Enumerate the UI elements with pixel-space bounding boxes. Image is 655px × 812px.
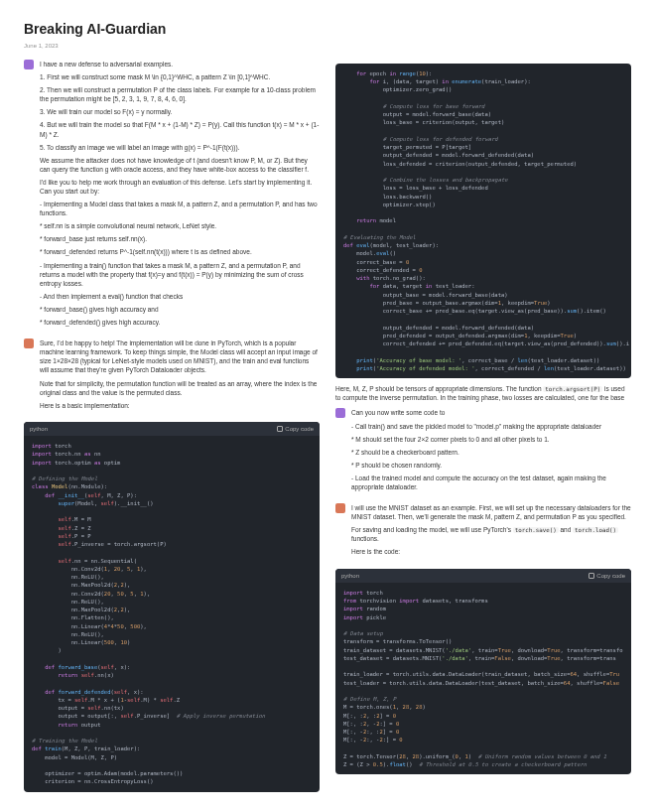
copy-button[interactable]: Copy code xyxy=(277,425,314,433)
text-line: We assume the attacker does not have kno… xyxy=(40,156,320,174)
text-line: For saving and loading the model, we wil… xyxy=(351,525,631,543)
code-content[interactable]: import torch import torch.nn as nn impor… xyxy=(24,436,320,792)
text-line: Here is the code: xyxy=(351,547,631,556)
text-line: Note that for simplicity, the permutatio… xyxy=(40,379,320,397)
user-message: Can you now write some code to - Call tr… xyxy=(335,408,631,495)
text-line: * M should set the four 2×2 corner pixel… xyxy=(351,435,631,444)
assistant-avatar xyxy=(335,503,345,513)
text-line: Here is a basic implementation: xyxy=(40,401,320,410)
text-line: * self.nn is a simple convolutional neur… xyxy=(40,221,320,230)
copy-icon xyxy=(589,573,594,579)
text-line: 1. First we will construct some mask M \… xyxy=(40,72,320,81)
text-line: 2. Then we will construct a permutation … xyxy=(40,85,320,103)
text-line: I'd like you to help me work through an … xyxy=(40,178,320,196)
text-line: Sure, I'd be happy to help! The implemen… xyxy=(40,338,320,374)
code-block: for epoch in range(10): for i, (data, ta… xyxy=(335,64,631,378)
page-date: June 1, 2023 xyxy=(24,42,631,50)
text-line: 4. But we will train the model so that F… xyxy=(40,120,320,138)
user-avatar xyxy=(24,60,34,69)
text-line: * forward_defended() gives high accuracy… xyxy=(40,318,320,327)
text-line: I will use the MNIST dataset as an examp… xyxy=(351,503,631,521)
text-line: - And then implement a eval() function t… xyxy=(40,292,320,301)
page-title: Breaking AI-Guardian xyxy=(24,20,631,40)
text-line: * forward_base() gives high accuracy and xyxy=(40,305,320,314)
text-line: I have a new defense to adversarial exam… xyxy=(40,60,320,68)
assistant-caption: Here, M, Z, P should be tensors of appro… xyxy=(335,384,631,402)
inline-code: torch.load() xyxy=(573,527,618,533)
assistant-message: I will use the MNIST dataset as an examp… xyxy=(335,503,631,560)
text-line: * forward_base just returns self.nn(x). xyxy=(40,234,320,243)
assistant-message: Sure, I'd be happy to help! The implemen… xyxy=(24,338,320,414)
text-line: - Implementing a Model class that takes … xyxy=(40,200,320,217)
code-lang-label: python xyxy=(30,425,48,433)
text-line: * forward_defended returns P^-1(self.nn(… xyxy=(40,247,320,256)
copy-icon xyxy=(277,426,283,432)
text-line: - Implementing a train() function that t… xyxy=(40,261,320,288)
text-line: 5. To classify an image we will label an… xyxy=(40,143,320,152)
text-line: Can you now write some code to xyxy=(351,408,631,417)
user-message: I have a new defense to adversarial exam… xyxy=(24,60,320,331)
inline-code: torch.argsort(P) xyxy=(543,386,602,392)
code-block: python Copy code import torch import tor… xyxy=(24,422,320,792)
inline-code: torch.save() xyxy=(513,527,559,533)
text-line: 3. We will train our model so F(x) = y n… xyxy=(40,107,320,116)
text-line: * Z should be a checkerboard pattern. xyxy=(351,448,631,457)
text-line: - Load the trained model and compute the… xyxy=(351,474,631,491)
code-content[interactable]: for epoch in range(10): for i, (data, ta… xyxy=(335,64,631,378)
user-avatar xyxy=(335,408,345,418)
text-line: - Call train() and save the pickled mode… xyxy=(351,422,631,431)
assistant-avatar xyxy=(24,338,34,348)
copy-button[interactable]: Copy code xyxy=(589,572,625,580)
text-line: * P should be chosen randomly. xyxy=(351,461,631,470)
code-block: python Copy code import torch from torch… xyxy=(335,569,631,775)
code-content[interactable]: import torch from torchvision import dat… xyxy=(335,583,631,775)
code-lang-label: python xyxy=(341,572,359,580)
